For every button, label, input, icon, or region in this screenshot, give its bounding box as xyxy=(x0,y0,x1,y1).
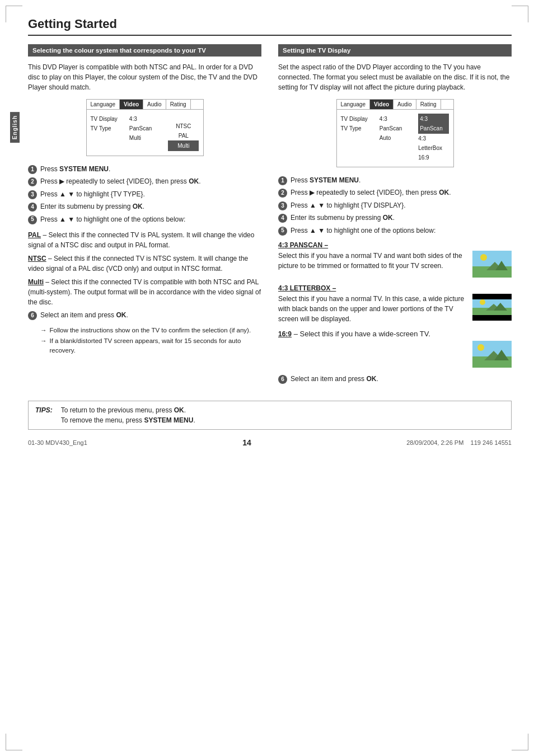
step-1-left: 1 Press SYSTEM MENU. xyxy=(28,165,261,174)
step-4-left: 4 Enter its submenu by pressing OK. xyxy=(28,202,261,212)
step-2-left: 2 Press ▶ repeatedly to select {VIDEO}, … xyxy=(28,177,261,186)
tv-option-panscan: 4:3 PANSCAN – Select this if you have a … xyxy=(278,241,512,279)
tv-option-title-panscan: 4:3 PANSCAN – xyxy=(278,241,512,249)
step-text-5-right: Press ▲ ▼ to highlight one of the option… xyxy=(291,226,512,236)
tv-option-row-letterbox: Select this if you have a normal TV. In … xyxy=(278,294,512,324)
corner-decoration-tl xyxy=(6,6,22,22)
right-menu-submenu: 4:3 PanScan 4:3 LetterBox 16:9 xyxy=(414,112,453,164)
tv-image-panscan xyxy=(472,251,512,279)
step-text-1-left: Press SYSTEM MENU. xyxy=(40,165,261,174)
tab-language-right: Language xyxy=(337,100,371,109)
two-column-layout: Selecting the colour system that corresp… xyxy=(28,44,512,389)
submenu-ntsc: NTSC xyxy=(168,121,199,131)
tv-option-row-panscan: Select this if you have a normal TV and … xyxy=(278,251,512,279)
submenu-letterbox-right: 4:3 LetterBox xyxy=(418,134,449,153)
tv-option-title-169: 16:9 xyxy=(278,330,292,338)
main-content: Getting Started Selecting the colour sys… xyxy=(28,17,512,447)
menu-label-tvtype: TV Type xyxy=(91,124,121,133)
step-text-2-left: Press ▶ repeatedly to select {VIDEO}, th… xyxy=(40,177,261,186)
right-menu-label-tvtype: TV Type xyxy=(341,124,372,133)
step-6-left: 6 Select an item and press OK. xyxy=(28,311,261,320)
corner-decoration-bl xyxy=(6,734,22,750)
tab-video-left: Video xyxy=(120,100,143,109)
step6-arrow2: → If a blank/distorted TV screen appears… xyxy=(40,336,261,354)
page-title: Getting Started xyxy=(28,17,512,36)
footer-page-number: 14 xyxy=(242,438,251,447)
step-3-left: 3 Press ▲ ▼ to highlight {TV TYPE}. xyxy=(28,190,261,199)
arrow-symbol-2: → xyxy=(40,336,47,345)
right-menu-val-panscan: 4:3 PanScan xyxy=(380,114,410,133)
corner-decoration-tr xyxy=(512,6,528,22)
step-num-4-right: 4 xyxy=(278,214,287,223)
step-3-right: 3 Press ▲ ▼ to highlight {TV DISPLAY}. xyxy=(278,201,512,210)
left-step6-list: 6 Select an item and press OK. xyxy=(28,311,261,320)
right-menu-body: TV Display TV Type 4:3 PanScan Auto 4:3 … xyxy=(337,110,453,167)
step-text-4-right: Enter its submenu by pressing OK. xyxy=(291,213,512,223)
left-menu-labels: TV Display TV Type xyxy=(87,112,125,153)
submenu-panscan-right-highlighted: 4:3 PanScan xyxy=(418,114,449,134)
left-section-header: Selecting the colour system that corresp… xyxy=(28,44,261,57)
left-column: Selecting the colour system that corresp… xyxy=(28,44,261,389)
tv-option-title-letterbox: 4:3 LETTERBOX – xyxy=(278,284,512,292)
step-num-6-right: 6 xyxy=(278,375,287,384)
step-4-right: 4 Enter its submenu by pressing OK. xyxy=(278,213,512,223)
tab-rating-right: Rating xyxy=(416,100,441,109)
right-menu-label-tvdisplay: TV Display xyxy=(341,114,372,124)
left-options-desc: PAL – Select this if the connected TV is… xyxy=(28,230,261,307)
step-5-left: 5 Press ▲ ▼ to highlight one of the opti… xyxy=(28,215,261,224)
step-num-4-left: 4 xyxy=(28,203,37,212)
step-text-3-left: Press ▲ ▼ to highlight {TV TYPE}. xyxy=(40,190,261,199)
tv-image-letterbox xyxy=(472,294,512,322)
menu-value-panscan: 4:3 PanScan xyxy=(129,114,160,133)
tab-language-left: Language xyxy=(87,100,120,109)
right-step6-list: 6 Select an item and press OK. xyxy=(278,374,512,384)
step-num-6-left: 6 xyxy=(28,311,37,320)
left-menu-tabs: Language Video Audio Rating xyxy=(87,100,203,110)
step-5-right: 5 Press ▲ ▼ to highlight one of the opti… xyxy=(278,226,512,236)
tv-option-text-letterbox: Select this if you have a normal TV. In … xyxy=(278,294,468,324)
tips-line1: To return to the previous menu, press OK… xyxy=(61,405,195,415)
tv-option-letterbox: 4:3 LETTERBOX – Select this if you have … xyxy=(278,284,512,324)
term-pal: PAL xyxy=(28,231,41,239)
right-section-header: Setting the TV Display xyxy=(278,44,512,57)
option-pal: PAL – Select this if the connected TV is… xyxy=(28,230,261,250)
step-text-6-right: Select an item and press OK. xyxy=(291,374,512,384)
right-menu-labels: TV Display TV Type xyxy=(337,112,376,164)
term-multi: Multi xyxy=(28,278,44,286)
svg-point-10 xyxy=(480,299,485,305)
right-menu-box: Language Video Audio Rating TV Display T… xyxy=(336,99,454,167)
tv-option-row-169 xyxy=(278,341,512,369)
tv-option-169: 16:9 – Select this if you have a wide-sc… xyxy=(278,330,512,369)
tab-audio-right: Audio xyxy=(394,100,416,109)
step-num-5-left: 5 xyxy=(28,215,37,224)
step6-arrow2-text: If a blank/distorted TV screen appears, … xyxy=(50,336,262,354)
step-text-3-right: Press ▲ ▼ to highlight {TV DISPLAY}. xyxy=(291,201,512,210)
menu-label-tvdisplay: TV Display xyxy=(91,114,121,124)
term-ntsc: NTSC xyxy=(28,255,46,262)
step-num-1-left: 1 xyxy=(28,165,37,174)
step6-arrow1-text: Follow the instructions show on the TV t… xyxy=(50,326,251,335)
step6-arrow1: → Follow the instructions show on the TV… xyxy=(40,326,261,335)
left-menu-box: Language Video Audio Rating TV Display T… xyxy=(86,99,204,156)
step-1-right: 1 Press SYSTEM MENU. xyxy=(278,176,512,185)
tv-option-suffix-169: – Select this if you have a wide-screen … xyxy=(294,330,430,338)
page-footer: 01-30 MDV430_Eng1 14 28/09/2004, 2:26 PM… xyxy=(28,438,512,447)
step-6-right: 6 Select an item and press OK. xyxy=(278,374,512,384)
tab-rating-left: Rating xyxy=(166,100,191,109)
right-steps-list: 1 Press SYSTEM MENU. 2 Press ▶ repeatedl… xyxy=(278,176,512,236)
left-section-intro: This DVD Player is compatible with both … xyxy=(28,62,261,92)
step-num-3-left: 3 xyxy=(28,190,37,199)
tab-video-right: Video xyxy=(370,100,394,109)
step-num-2-left: 2 xyxy=(28,177,37,186)
left-steps-list: 1 Press SYSTEM MENU. 2 Press ▶ repeatedl… xyxy=(28,165,261,224)
right-column: Setting the TV Display Set the aspect ra… xyxy=(278,44,512,389)
tips-content: To return to the previous menu, press OK… xyxy=(61,405,195,425)
svg-point-15 xyxy=(477,344,484,351)
submenu-pal: PAL xyxy=(168,131,199,140)
svg-point-4 xyxy=(480,254,487,261)
right-section-intro: Set the aspect ratio of the DVD Player a… xyxy=(278,62,512,92)
tips-line2: To remove the menu, press SYSTEM MENU. xyxy=(61,415,195,425)
arrow-symbol-1: → xyxy=(40,326,47,335)
tv-image-169 xyxy=(472,341,512,369)
tips-label: TIPS: xyxy=(35,405,53,425)
